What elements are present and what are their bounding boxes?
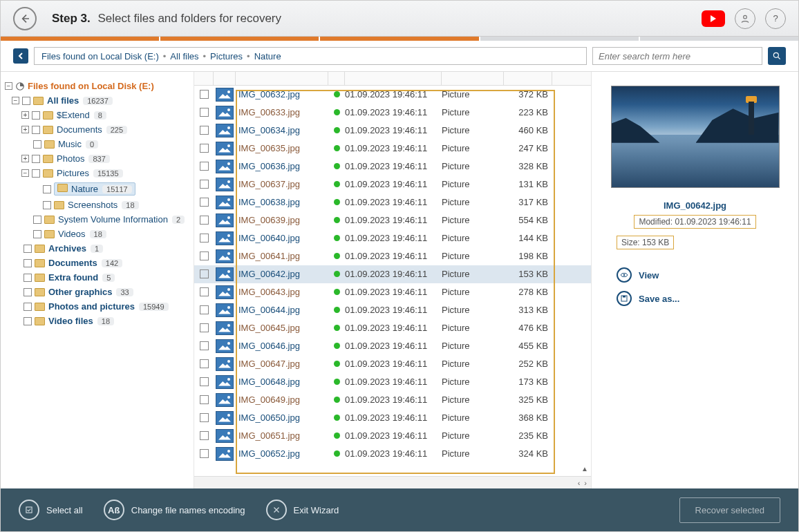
tree-screenshots[interactable]: Screenshots18 <box>5 198 189 212</box>
disk-icon <box>15 82 25 91</box>
tree-archives[interactable]: Archives1 <box>5 241 189 256</box>
select-all-button[interactable]: Select all <box>19 500 83 520</box>
file-date: 01.09.2023 19:46:11 <box>345 359 442 369</box>
file-row[interactable]: IMG_00645.jpg01.09.2023 19:46:11Picture4… <box>194 319 591 337</box>
tree-root[interactable]: − Files found on Local Disk (E:) <box>5 79 189 93</box>
image-icon <box>216 160 234 173</box>
recover-selected-button[interactable]: Recover selected <box>679 497 780 523</box>
file-size: 460 KB <box>504 125 552 135</box>
tree-extra[interactable]: Extra found5 <box>5 270 189 285</box>
file-checkbox[interactable] <box>200 180 209 189</box>
file-checkbox[interactable] <box>200 377 209 386</box>
file-row[interactable]: IMG_00642.jpg01.09.2023 19:46:11Picture1… <box>194 265 591 283</box>
file-row[interactable]: IMG_00650.jpg01.09.2023 19:46:11Picture3… <box>194 409 591 427</box>
encoding-button[interactable]: Aß Change file names encoding <box>104 500 245 520</box>
tree-photos-pictures[interactable]: Photos and pictures15949 <box>5 299 189 314</box>
tree-videos[interactable]: Videos18 <box>5 227 189 241</box>
file-row[interactable]: IMG_00632.jpg01.09.2023 19:46:11Picture3… <box>194 86 591 104</box>
file-row[interactable]: IMG_00648.jpg01.09.2023 19:46:11Picture1… <box>194 373 591 391</box>
scroll-up-icon[interactable]: ▲ <box>580 464 590 473</box>
file-checkbox[interactable] <box>200 305 209 314</box>
image-icon <box>216 124 234 137</box>
tree-extend[interactable]: +$Extend8 <box>5 108 189 122</box>
file-row[interactable]: IMG_00634.jpg01.09.2023 19:46:11Picture4… <box>194 122 591 140</box>
file-type: Picture <box>442 430 504 441</box>
file-size: 324 KB <box>504 448 552 459</box>
file-checkbox[interactable] <box>200 162 209 171</box>
file-checkbox[interactable] <box>200 269 209 278</box>
file-checkbox[interactable] <box>200 216 209 225</box>
save-as-button[interactable]: Save as... <box>603 287 787 310</box>
file-row[interactable]: IMG_00644.jpg01.09.2023 19:46:11Picture3… <box>194 301 591 319</box>
search-button[interactable] <box>768 47 786 65</box>
image-icon <box>216 393 234 407</box>
file-name: IMG_00633.jpg <box>236 107 300 117</box>
scroll-left-icon[interactable]: ‹ <box>578 479 581 487</box>
file-size: 313 KB <box>504 305 552 315</box>
file-row[interactable]: IMG_00638.jpg01.09.2023 19:46:11Picture3… <box>194 193 591 211</box>
status-ok-icon <box>334 109 340 115</box>
file-row[interactable]: IMG_00635.jpg01.09.2023 19:46:11Picture2… <box>194 140 591 158</box>
file-checkbox[interactable] <box>200 126 209 135</box>
tree-photos[interactable]: +Photos837 <box>5 151 189 166</box>
file-row[interactable]: IMG_00641.jpg01.09.2023 19:46:11Picture1… <box>194 247 591 265</box>
file-row[interactable]: IMG_00646.jpg01.09.2023 19:46:11Picture4… <box>194 337 591 355</box>
file-row[interactable]: IMG_00643.jpg01.09.2023 19:46:11Picture2… <box>194 283 591 301</box>
file-row[interactable]: IMG_00649.jpg01.09.2023 19:46:11Picture3… <box>194 391 591 409</box>
file-row[interactable]: IMG_00639.jpg01.09.2023 19:46:11Picture5… <box>194 211 591 229</box>
file-checkbox[interactable] <box>200 287 209 296</box>
file-row[interactable]: IMG_00652.jpg01.09.2023 19:46:11Picture3… <box>194 445 591 463</box>
file-row[interactable]: IMG_00637.jpg01.09.2023 19:46:11Picture1… <box>194 175 591 193</box>
file-checkbox[interactable] <box>200 144 209 153</box>
file-list[interactable]: IMG_00632.jpg01.09.2023 19:46:11Picture3… <box>194 86 591 476</box>
file-size: 317 KB <box>504 197 552 207</box>
file-row[interactable]: IMG_00647.jpg01.09.2023 19:46:11Picture2… <box>194 355 591 373</box>
file-name: IMG_00638.jpg <box>236 197 300 207</box>
file-size: 173 KB <box>504 377 552 387</box>
file-row[interactable]: IMG_00636.jpg01.09.2023 19:46:11Picture3… <box>194 158 591 175</box>
breadcrumb-back-button[interactable] <box>13 48 28 64</box>
tree-documents[interactable]: +Documents225 <box>5 122 189 137</box>
tree-documents2[interactable]: Documents142 <box>5 256 189 270</box>
horizontal-scrollbar[interactable]: ‹ › <box>194 476 591 488</box>
user-icon[interactable] <box>735 8 755 29</box>
file-name: IMG_00646.jpg <box>236 341 300 351</box>
file-checkbox[interactable] <box>200 359 209 368</box>
file-checkbox[interactable] <box>200 108 209 117</box>
back-button[interactable] <box>13 7 37 30</box>
file-checkbox[interactable] <box>200 90 209 99</box>
file-checkbox[interactable] <box>200 449 209 458</box>
tree-other-graphics[interactable]: Other graphics33 <box>5 285 189 299</box>
file-row[interactable]: IMG_00640.jpg01.09.2023 19:46:11Picture1… <box>194 229 591 247</box>
file-checkbox[interactable] <box>200 323 209 332</box>
file-checkbox[interactable] <box>200 234 209 243</box>
breadcrumb-row: Files found on Local Disk (E:) •All file… <box>1 41 798 71</box>
image-icon <box>216 411 234 425</box>
file-row[interactable]: IMG_00633.jpg01.09.2023 19:46:11Picture2… <box>194 104 591 122</box>
file-size: 131 KB <box>504 179 552 189</box>
file-checkbox[interactable] <box>200 341 209 350</box>
breadcrumb[interactable]: Files found on Local Disk (E:) •All file… <box>34 47 587 65</box>
exit-wizard-button[interactable]: Exit Wizard <box>266 500 339 520</box>
status-ok-icon <box>334 307 340 313</box>
tree-all-files[interactable]: −All files16237 <box>5 93 189 108</box>
youtube-icon[interactable] <box>702 10 725 27</box>
tree-pictures[interactable]: −Pictures15135 <box>5 166 189 180</box>
tree-video-files[interactable]: Video files18 <box>5 314 189 328</box>
step-label: Step 3. <box>52 12 91 25</box>
tree-nature[interactable]: Nature15117 <box>5 180 189 198</box>
view-button[interactable]: View <box>603 263 787 287</box>
file-checkbox[interactable] <box>200 198 209 207</box>
scroll-right-icon[interactable]: › <box>584 479 587 487</box>
file-name: IMG_00639.jpg <box>236 215 300 225</box>
file-row[interactable]: IMG_00651.jpg01.09.2023 19:46:11Picture2… <box>194 427 591 445</box>
image-icon <box>216 321 234 335</box>
tree-music[interactable]: Music0 <box>5 137 189 151</box>
tree-svi[interactable]: System Volume Information2 <box>5 212 189 227</box>
file-checkbox[interactable] <box>200 431 209 440</box>
file-checkbox[interactable] <box>200 251 209 260</box>
file-checkbox[interactable] <box>200 413 209 422</box>
file-checkbox[interactable] <box>200 395 209 404</box>
help-icon[interactable]: ? <box>765 8 786 29</box>
search-input[interactable] <box>592 47 762 65</box>
